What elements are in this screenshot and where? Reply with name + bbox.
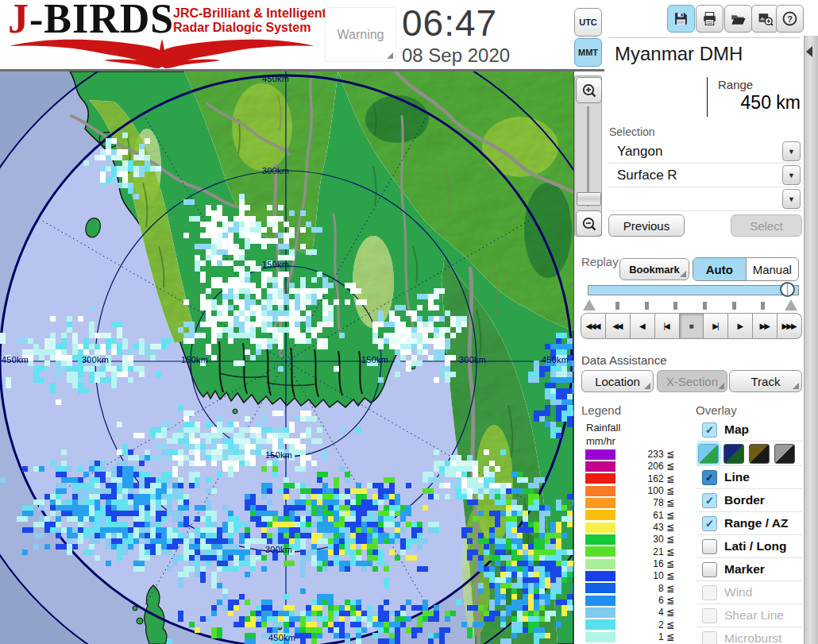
x-section-button[interactable]: X-Section: [657, 370, 727, 392]
overlay-row-range-az: ✓Range / AZ: [696, 512, 802, 535]
legend-value: 6 ≦: [615, 595, 674, 606]
clock-time: 06:47: [402, 2, 497, 44]
legend-swatch: [585, 510, 615, 520]
collapse-panel-icon[interactable]: [806, 46, 812, 57]
legend-row: 6 ≦: [585, 595, 681, 606]
manual-mode-button[interactable]: Manual: [747, 258, 799, 280]
range-ring-label: 150km: [265, 450, 292, 460]
auto-mode-button[interactable]: Auto: [693, 258, 747, 280]
option-dropdown[interactable]: ▼: [608, 187, 802, 211]
stop-button[interactable]: ■: [680, 313, 704, 339]
step-back-button[interactable]: |◀: [655, 313, 680, 339]
track-corner-icon: [793, 383, 799, 389]
replay-slider-track[interactable]: [588, 285, 799, 295]
legend-value: 21 ≦: [615, 546, 674, 557]
legend-swatch: [585, 571, 615, 581]
range-value: 450 km: [699, 92, 801, 114]
map-style-gray-black[interactable]: [774, 444, 795, 464]
radar-map[interactable]: 450km300km150km150km300km450km450km300km…: [0, 71, 574, 644]
x-section-corner-icon: [718, 383, 724, 389]
select-button[interactable]: Select: [731, 214, 802, 237]
legend-value: 206 ≦: [615, 461, 674, 472]
legend-value: 43 ≦: [615, 522, 674, 533]
previous-button[interactable]: Previous: [608, 214, 685, 237]
help-button[interactable]: ?: [776, 5, 804, 33]
legend-row: 206 ≦: [585, 461, 681, 472]
chevron-down-icon[interactable]: ▼: [782, 165, 801, 185]
slider-tick: [615, 302, 619, 310]
legend-swatch: [585, 461, 615, 472]
chevron-down-icon[interactable]: ▼: [782, 141, 801, 161]
replay-label: Replay: [581, 255, 619, 268]
add-image-button[interactable]: [751, 5, 779, 33]
forward-fast-button[interactable]: ▶▶▶: [777, 313, 802, 339]
step-forward-button[interactable]: ▶|: [704, 313, 728, 339]
map-style-blue-green[interactable]: [698, 444, 719, 464]
zoom-out-icon: [581, 216, 597, 232]
overlay-label-marker: Marker: [724, 562, 765, 577]
legend-value: 4 ≦: [615, 607, 674, 618]
range-ring-label: 150km: [181, 355, 208, 364]
legend-swatch: [585, 632, 615, 642]
panel-splitter[interactable]: [804, 36, 818, 644]
range-ring-label: 450km: [2, 355, 29, 364]
zoom-slider-thumb[interactable]: [577, 192, 601, 206]
legend-row: 21 ≦: [585, 546, 681, 557]
location-corner-icon: [644, 383, 650, 389]
zoom-in-button[interactable]: [576, 77, 602, 103]
forward-button[interactable]: ▶▶: [753, 313, 777, 339]
overlay-checkbox-map[interactable]: ✓: [702, 422, 717, 438]
range-ring-label: 300km: [265, 545, 292, 554]
legend-value: 10 ≦: [615, 570, 674, 581]
track-button[interactable]: Track: [729, 370, 802, 392]
overlay-checkbox-border[interactable]: ✓: [702, 493, 717, 508]
location-button[interactable]: Location: [581, 370, 654, 392]
overlay-row-marker: Marker: [696, 558, 802, 581]
replay-slider-thumb[interactable]: [780, 282, 795, 297]
legend-row: 43 ≦: [585, 522, 681, 533]
overlay-checkbox-wind: [702, 585, 717, 600]
zoom-out-button[interactable]: [576, 210, 602, 237]
save-button[interactable]: [667, 5, 695, 33]
station-name: Myanmar DMH: [615, 43, 743, 65]
legend-value: 233 ≦: [615, 449, 674, 460]
overlay-checkbox-range-az[interactable]: ✓: [702, 516, 717, 531]
product-dropdown[interactable]: Surface R ▼: [608, 164, 802, 187]
legend-label: Legend: [581, 403, 621, 417]
legend-value: 78 ≦: [615, 497, 674, 508]
range-ring-label: 300km: [459, 355, 486, 364]
utc-button[interactable]: UTC: [574, 8, 602, 37]
open-file-button[interactable]: [724, 5, 752, 33]
panel-divider: [608, 37, 801, 38]
legend-swatch: [585, 449, 615, 460]
mmt-button[interactable]: MMT: [574, 38, 602, 67]
legend-value: 61 ≦: [615, 510, 674, 521]
site-dropdown[interactable]: Yangon ▼: [608, 140, 802, 164]
bookmark-corner-icon: [680, 271, 686, 277]
print-button[interactable]: [696, 5, 723, 33]
legend-row: 1 ≦: [585, 631, 681, 642]
legend-value: 100 ≦: [615, 485, 674, 496]
overlay-checkbox-lati-long[interactable]: [702, 539, 717, 554]
bookmark-button[interactable]: Bookmark: [619, 258, 689, 280]
play-button[interactable]: ▶: [728, 313, 753, 339]
warning-button[interactable]: Warning: [325, 7, 396, 62]
chevron-down-icon[interactable]: ▼: [782, 189, 801, 209]
map-zoom-control: [574, 75, 602, 237]
slider-tick: [673, 302, 677, 310]
map-style-olive-black[interactable]: [749, 444, 770, 464]
rewind-fast-button[interactable]: ◀◀◀: [581, 313, 606, 339]
range-ring-label: 150km: [361, 355, 388, 364]
rewind-button[interactable]: ◀◀: [606, 313, 631, 339]
map-style-navy-darkgreen[interactable]: [723, 444, 744, 464]
print-icon: [701, 10, 718, 27]
overlay-label-microburst: Microburst: [724, 631, 781, 644]
overlay-label-border: Border: [724, 493, 765, 507]
legend-value: 30 ≦: [615, 534, 674, 545]
legend-row: 162 ≦: [585, 473, 681, 484]
overlay-checkbox-line[interactable]: ✓: [702, 470, 717, 485]
slider-tick: [732, 302, 736, 310]
overlay-checkbox-marker[interactable]: [702, 562, 717, 577]
play-reverse-button[interactable]: ◀: [631, 313, 655, 339]
overlay-checkbox-shear-line: [702, 608, 717, 623]
